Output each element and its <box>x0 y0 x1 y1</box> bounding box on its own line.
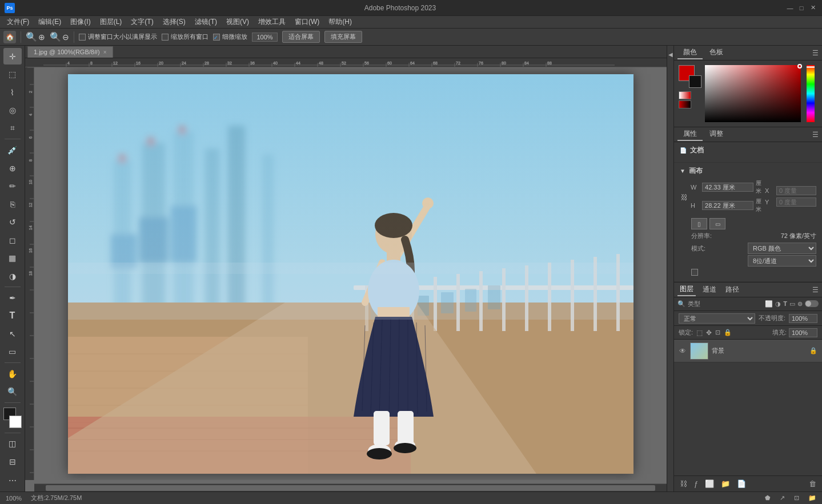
menu-item-h[interactable]: 帮助(H) <box>324 16 356 28</box>
filter-adjustment-icon[interactable]: ◑ <box>775 300 781 308</box>
path-select-tool-btn[interactable]: ↖ <box>3 325 22 342</box>
tab-close-btn[interactable]: × <box>103 49 107 55</box>
home-icon[interactable]: 🏠 <box>3 31 16 43</box>
healing-tool-btn[interactable]: ⊕ <box>3 160 22 176</box>
properties-tab[interactable]: 属性 <box>677 128 703 141</box>
color-panel-menu-btn[interactable]: ☰ <box>812 49 819 57</box>
menu-item-i[interactable]: 图像(I) <box>66 16 95 28</box>
filter-smartobj-icon[interactable]: ⊛ <box>797 300 803 308</box>
scroll-thumb-h[interactable] <box>46 485 655 491</box>
text-tool-btn[interactable]: T <box>3 308 22 324</box>
swatches-tab[interactable]: 色板 <box>704 46 729 59</box>
brush-tool-btn[interactable]: ✏ <box>3 178 22 194</box>
scrubby-zoom-option[interactable]: 细微缩放 <box>213 33 247 41</box>
landscape-btn[interactable]: ▭ <box>709 218 725 229</box>
filter-type-icon[interactable]: T <box>783 300 787 308</box>
zoom-all-checkbox[interactable] <box>162 34 169 41</box>
color-tab[interactable]: 颜色 <box>677 46 703 59</box>
background-layer-item[interactable]: 👁 背景 🔒 <box>674 340 822 362</box>
gradient-swatch-1[interactable] <box>679 91 691 99</box>
lasso-tool-btn[interactable]: ⌇ <box>3 84 22 100</box>
menu-item-e[interactable]: 编辑(E) <box>34 16 66 28</box>
fill-input[interactable] <box>789 328 817 337</box>
delete-layer-icon[interactable]: 🗑 <box>807 479 819 489</box>
minimize-btn[interactable]: — <box>785 3 795 13</box>
blur-tool-btn[interactable]: ◑ <box>3 268 22 284</box>
eraser-tool-btn[interactable]: ◻ <box>3 232 22 248</box>
add-style-icon[interactable]: ƒ <box>692 479 700 489</box>
filter-toggle[interactable] <box>805 300 819 307</box>
add-link-icon[interactable]: ⛓ <box>677 479 689 489</box>
adjustments-tab[interactable]: 调整 <box>704 128 729 141</box>
zoom-in-btn[interactable]: 🔍 <box>26 31 37 42</box>
layers-tab[interactable]: 图层 <box>677 283 696 296</box>
scrubby-zoom-checkbox[interactable] <box>213 34 220 41</box>
opacity-input[interactable] <box>789 314 817 323</box>
screen-mode-btn[interactable]: ⊟ <box>3 453 22 470</box>
zoom-all-option[interactable]: 缩放所有窗口 <box>162 33 208 41</box>
menu-item-t[interactable]: 滤镜(T) <box>190 16 222 28</box>
paths-tab[interactable]: 路径 <box>723 284 741 296</box>
shape-tool-btn[interactable]: ▭ <box>3 344 22 360</box>
menu-item-v[interactable]: 视图(V) <box>222 16 254 28</box>
document-tab[interactable]: 1.jpg @ 100%(RGB/8#) × <box>27 46 113 58</box>
quick-select-tool-btn[interactable]: ◎ <box>3 102 22 118</box>
status-arrange-icon[interactable]: ⬟ <box>765 494 771 502</box>
blend-mode-select[interactable]: 正常 <box>679 313 755 324</box>
layer-visibility-icon[interactable]: 👁 <box>679 347 687 355</box>
mode-dropdown[interactable]: RGB 颜色 CMYK 颜色 灰度 <box>748 243 816 254</box>
wh-link-icon[interactable]: ⛓ <box>680 188 688 207</box>
channels-tab[interactable]: 通道 <box>700 284 719 296</box>
zoom-input[interactable] <box>252 33 278 42</box>
fit-screen-btn[interactable]: 适合屏幕 <box>282 31 320 43</box>
lock-position-icon[interactable]: ✥ <box>706 329 712 337</box>
properties-panel-menu-btn[interactable]: ☰ <box>812 131 819 139</box>
lock-artboard-icon[interactable]: ⊡ <box>715 329 720 336</box>
document-section-title[interactable]: 📄 文档 <box>680 146 816 155</box>
lock-all-icon[interactable]: 🔒 <box>724 329 732 336</box>
icc-profile-checkbox[interactable] <box>691 269 698 276</box>
panel-collapse-btn[interactable]: ◀ <box>668 51 673 58</box>
menu-item-f[interactable]: 文件(F) <box>2 16 34 28</box>
background-swatch[interactable] <box>689 75 701 88</box>
eyedropper-tool-btn[interactable]: 💉 <box>3 142 22 158</box>
add-mask-icon[interactable]: ⬜ <box>703 479 716 489</box>
x-input[interactable] <box>776 186 816 195</box>
select-rect-tool-btn[interactable]: ⬚ <box>3 66 22 82</box>
portrait-btn[interactable]: ▯ <box>691 218 707 229</box>
menu-item-[interactable]: 增效工具 <box>254 16 290 28</box>
menu-item-l[interactable]: 图层(L) <box>95 16 127 28</box>
status-folder-icon[interactable]: 📁 <box>808 494 816 502</box>
menu-item-s[interactable]: 选择(S) <box>158 16 190 28</box>
canvas-section-title[interactable]: ▼ 画布 <box>680 166 816 176</box>
bit-depth-dropdown[interactable]: 8位/通道 16位/通道 32位/通道 <box>748 255 816 267</box>
resize-window-checkbox[interactable] <box>79 34 86 41</box>
clone-stamp-tool-btn[interactable]: ⎘ <box>3 196 22 212</box>
zoom-out-minus-btn[interactable]: ⊖ <box>62 33 69 42</box>
color-gradient-box[interactable] <box>705 65 801 122</box>
new-layer-icon[interactable]: 📄 <box>735 479 748 489</box>
gradient-swatch-2[interactable] <box>679 100 691 108</box>
new-group-icon[interactable]: 📁 <box>719 479 732 489</box>
history-brush-tool-btn[interactable]: ↺ <box>3 213 22 230</box>
height-input[interactable] <box>702 201 753 210</box>
zoom-tool-btn[interactable]: 🔍 <box>3 384 22 400</box>
status-history-icon[interactable]: ⊡ <box>794 494 799 502</box>
close-btn[interactable]: ✕ <box>808 3 817 13</box>
y-input[interactable] <box>776 197 816 207</box>
horizontal-scrollbar[interactable] <box>34 483 667 491</box>
zoom-out-btn[interactable]: 🔍 <box>50 31 61 42</box>
hue-slider[interactable] <box>807 65 815 122</box>
maximize-btn[interactable]: □ <box>797 3 806 13</box>
menu-item-t[interactable]: 文字(T) <box>126 16 158 28</box>
lock-pixels-icon[interactable]: ⬚ <box>696 329 703 337</box>
resize-window-option[interactable]: 调整窗口大小以满屏显示 <box>79 33 157 41</box>
zoom-in-plus-btn[interactable]: ⊕ <box>38 33 45 42</box>
hand-tool-btn[interactable]: ✋ <box>3 365 22 382</box>
filter-shape-icon[interactable]: ▭ <box>789 300 795 308</box>
layers-panel-menu-btn[interactable]: ☰ <box>812 286 819 294</box>
gradient-tool-btn[interactable]: ▦ <box>3 249 22 266</box>
extra-tools-btn[interactable]: ⋯ <box>3 473 22 489</box>
width-input[interactable] <box>702 183 753 192</box>
menu-item-w[interactable]: 窗口(W) <box>290 16 324 28</box>
